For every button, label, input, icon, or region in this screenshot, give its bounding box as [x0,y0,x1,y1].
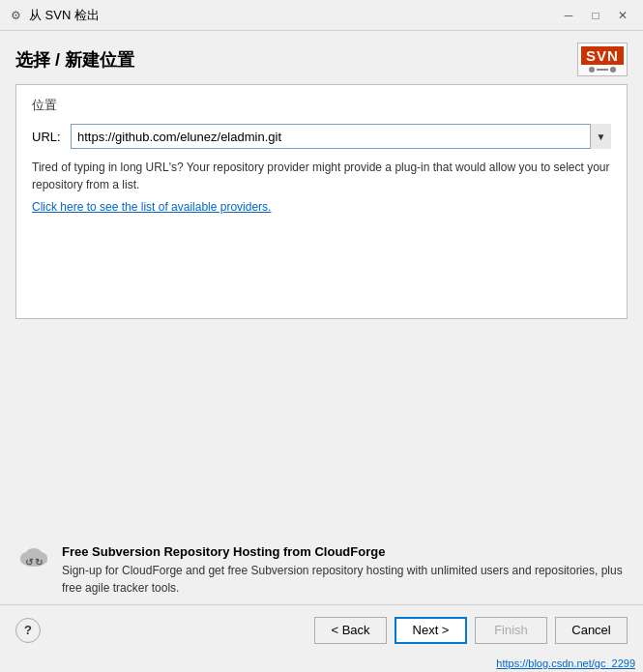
svg-text:↺: ↺ [25,557,34,568]
minimize-button[interactable]: ─ [556,5,581,26]
info-text: Tired of typing in long URL's? Your repo… [32,159,611,193]
url-row: URL: ▼ [32,124,611,149]
svn-logo-decoration [589,67,616,73]
page-title: 选择 / 新建位置 [15,48,134,72]
promo-title: Free Subversion Repository Hosting from … [62,544,628,559]
svn-logo-text: SVN [581,46,624,65]
url-dropdown-button[interactable]: ▼ [590,124,611,149]
svn-logo-dot1 [589,67,595,73]
footer-right: < Back Next > Finish Cancel [314,617,628,644]
footer: ? < Back Next > Finish Cancel [0,604,643,655]
svg-text:↻: ↻ [35,557,43,568]
title-bar: ⚙ 从 SVN 检出 ─ □ ✕ [0,0,643,31]
main-container: 选择 / 新建位置 SVN 位置 URL: ▼ Tired of typing … [0,31,643,672]
spacer [0,319,643,529]
promo-area: ↺ ↻ Free Subversion Repository Hosting f… [15,544,628,597]
next-button[interactable]: Next > [395,617,467,644]
close-button[interactable]: ✕ [610,5,635,26]
title-bar-icon: ⚙ [8,8,23,23]
svn-logo-line [597,69,608,71]
url-input-container: ▼ [71,124,611,149]
status-url: https://blog.csdn.net/gc_2299 [496,657,635,669]
url-label: URL: [32,130,63,144]
url-input[interactable] [71,124,611,149]
svn-logo: SVN [577,43,628,76]
title-bar-title: 从 SVN 检出 [29,7,556,24]
cloudforge-svg: ↺ ↻ [15,544,52,571]
page-header: 选择 / 新建位置 SVN [0,31,643,84]
content-panel: 位置 URL: ▼ Tired of typing in long URL's?… [15,84,628,319]
promo-description: Sign-up for CloudForge and get free Subv… [62,562,628,597]
cloudforge-icon: ↺ ↻ [15,544,52,571]
promo-text-block: Free Subversion Repository Hosting from … [62,544,628,597]
finish-button: Finish [475,617,547,644]
section-label: 位置 [32,97,611,114]
status-bar: https://blog.csdn.net/gc_2299 [0,655,643,672]
svn-logo-dot2 [610,67,616,73]
back-button[interactable]: < Back [314,617,387,644]
footer-left: ? [15,618,41,643]
cancel-button[interactable]: Cancel [555,617,628,644]
title-bar-controls: ─ □ ✕ [556,5,635,26]
providers-link[interactable]: Click here to see the list of available … [32,200,271,214]
help-button[interactable]: ? [15,618,41,643]
maximize-button[interactable]: □ [583,5,608,26]
